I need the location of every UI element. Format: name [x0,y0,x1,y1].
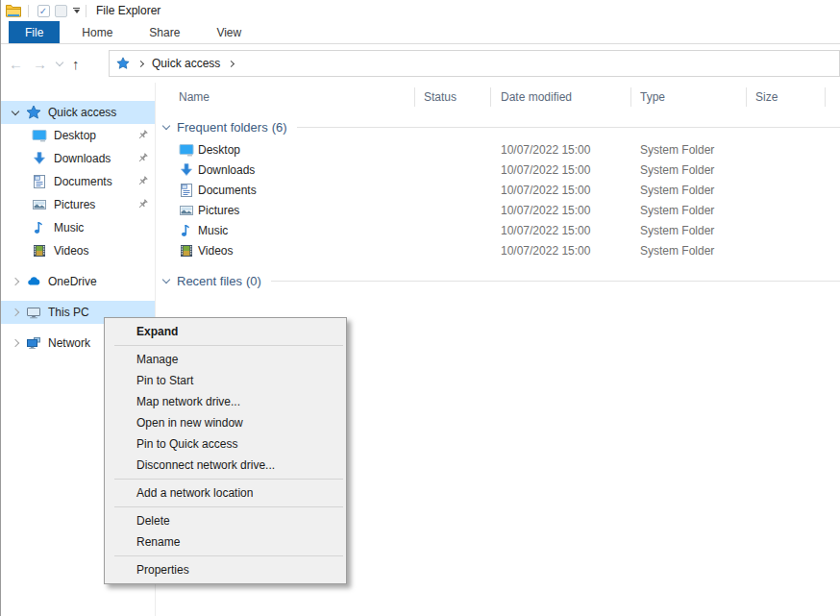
group-count: (0) [246,274,261,288]
qat-customize-dropdown[interactable] [73,8,80,14]
videos-icon [179,243,194,259]
tab-file[interactable]: File [9,21,60,43]
navigation-toolbar: ← → ↑ Quick access [1,44,840,83]
menu-item-properties[interactable]: Properties [105,559,346,580]
sidebar-item-onedrive[interactable]: OneDrive [1,270,155,293]
group-count: (6) [272,120,287,135]
type-value: System Folder [640,224,714,237]
chevron-right-icon [12,339,19,347]
downloads-icon [179,162,194,178]
pin-icon [136,129,149,141]
desktop-icon [179,142,194,158]
menu-item-map-network-drive[interactable]: Map network drive... [105,391,346,412]
folder-box-icon [55,5,67,17]
title-bar: ✓ File Explorer [1,0,840,21]
downloads-icon [32,151,47,166]
file-row-downloads[interactable]: Downloads 10/07/2022 15:00 System Folder [156,160,840,181]
date-modified-value: 10/07/2022 15:00 [501,143,590,157]
chevron-down-icon [74,10,80,13]
breadcrumb-chevron-icon[interactable] [228,60,235,66]
documents-icon [179,183,194,198]
chevron-down-icon [162,122,170,130]
file-explorer-window: ✓ File Explorer File Home Share View ← →… [0,0,840,616]
menu-item-pin-to-quick-access[interactable]: Pin to Quick access [105,433,346,455]
pin-icon [136,175,149,187]
titlebar-separator [86,5,86,17]
type-value: System Folder [640,204,714,217]
explorer-logo-icon [5,2,22,19]
pin-icon [136,152,149,164]
checkmark-icon: ✓ [37,5,50,17]
menu-item-delete[interactable]: Delete [105,510,346,531]
column-header-type[interactable]: Type [631,87,747,107]
group-label: Frequent folders [177,120,268,135]
pictures-icon [32,197,47,212]
desktop-icon [32,128,47,143]
sidebar-item-videos[interactable]: Videos [1,239,155,262]
music-icon [179,223,194,238]
column-header-name[interactable]: Name [156,87,415,107]
sidebar-item-music[interactable]: Music [1,216,155,239]
breadcrumb-quick-access[interactable]: Quick access [152,57,220,70]
menu-item-open-in-new-window[interactable]: Open in new window [105,412,346,433]
column-header-row: Name Status Date modified Type Size [156,83,840,111]
context-menu: Expand Manage Pin to Start Map network d… [104,317,347,584]
group-divider-line [271,281,840,282]
forward-button[interactable]: → [33,57,47,71]
sidebar-item-label: Quick access [48,106,116,119]
menu-separator [114,345,343,346]
quick-access-star-icon [116,57,130,70]
menu-separator [114,506,343,507]
tab-share[interactable]: Share [135,21,194,43]
videos-icon [32,243,47,259]
column-header-date-modified[interactable]: Date modified [491,87,631,107]
group-divider-line [297,127,840,128]
titlebar-separator [28,5,29,17]
group-header-frequent-folders[interactable]: Frequent folders (6) [156,117,840,136]
up-button[interactable]: ↑ [72,57,80,71]
back-button[interactable]: ← [9,57,23,71]
file-row-music[interactable]: Music 10/07/2022 15:00 System Folder [156,221,840,241]
menu-item-manage[interactable]: Manage [105,349,346,370]
group-header-recent-files[interactable]: Recent files (0) [156,271,840,290]
menu-separator [114,479,343,480]
tab-home[interactable]: Home [67,21,127,43]
ribbon-tab-bar: File Home Share View [1,21,840,44]
menu-item-disconnect-network-drive[interactable]: Disconnect network drive... [105,455,346,476]
file-row-documents[interactable]: Documents 10/07/2022 15:00 System Folder [156,181,840,201]
recent-locations-dropdown[interactable] [56,58,63,65]
qat-properties-button[interactable]: ✓ [35,2,52,19]
file-row-videos[interactable]: Videos 10/07/2022 15:00 System Folder [156,241,840,261]
file-row-desktop[interactable]: Desktop 10/07/2022 15:00 System Folder [156,140,840,160]
chevron-down-icon [162,276,170,283]
sidebar-item-quick-access[interactable]: Quick access [1,101,155,124]
address-bar[interactable]: Quick access [109,50,840,77]
date-modified-value: 10/07/2022 15:00 [501,224,590,237]
chevron-right-icon [12,308,19,316]
breadcrumb-chevron-icon[interactable] [137,60,144,66]
group-label: Recent files [177,274,242,288]
menu-item-pin-to-start[interactable]: Pin to Start [105,370,346,391]
type-value: System Folder [640,184,714,197]
type-value: System Folder [640,143,714,157]
quick-access-star-icon [26,105,41,120]
file-row-pictures[interactable]: Pictures 10/07/2022 15:00 System Folder [156,201,840,221]
menu-item-expand[interactable]: Expand [105,321,346,342]
sidebar-item-downloads[interactable]: Downloads [1,147,155,170]
menu-item-add-a-network-location[interactable]: Add a network location [105,482,346,504]
onedrive-icon [26,274,41,289]
pin-icon [136,198,149,210]
pictures-icon [179,203,194,218]
music-icon [32,220,47,235]
column-header-status[interactable]: Status [415,87,491,107]
sidebar-item-desktop[interactable]: Desktop [1,124,155,147]
menu-separator [114,555,343,556]
tab-view[interactable]: View [202,21,256,43]
date-modified-value: 10/07/2022 15:00 [501,163,590,177]
type-value: System Folder [640,244,714,258]
sidebar-item-pictures[interactable]: Pictures [1,193,155,216]
column-header-size[interactable]: Size [747,87,826,107]
menu-item-rename[interactable]: Rename [105,531,346,553]
qat-new-folder-button[interactable] [52,2,69,19]
sidebar-item-documents[interactable]: Documents [1,170,155,193]
